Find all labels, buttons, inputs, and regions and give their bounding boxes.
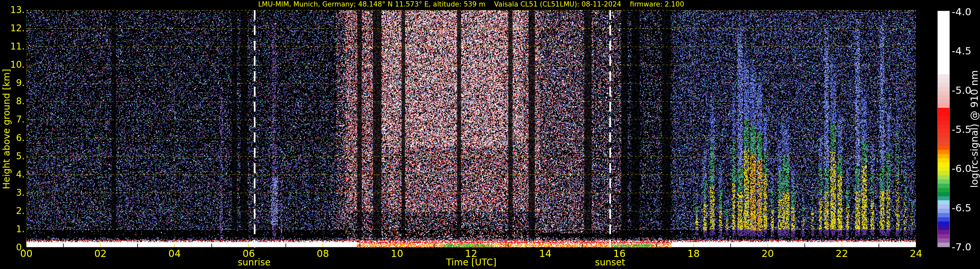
y-tick-label: 3. [0,187,25,199]
colorbar-segment [938,234,950,239]
colorbar-tick-label: -7.0 [952,241,980,253]
colorbar-segment [938,112,950,116]
colorbar-segment [938,87,950,91]
colorbar-segment [938,70,950,74]
y-tick-label: 13. [0,5,25,16]
colorbar-segment [938,150,950,154]
y-tick-label: 6. [0,133,25,144]
x-tick-label: 24 [901,248,931,259]
colorbar-segment [938,205,950,209]
colorbar-segment [938,104,950,108]
colorbar-segment [938,217,950,221]
backscatter-heatmap-canvas [0,0,980,269]
colorbar-segment [938,221,950,226]
colorbar-segment [938,11,950,15]
colorbar-segment [938,158,950,163]
colorbar-segment [938,62,950,66]
colorbar-segment [938,188,950,192]
colorbar-segment [938,167,950,171]
x-tick-label: 20 [753,248,783,259]
colorbar-segment [938,179,950,184]
colorbar-segment [938,138,950,142]
colorbar-label: log(rc-signal) @ 910 nm [969,70,980,188]
colorbar-segment [938,15,950,19]
colorbar-segment [938,91,950,95]
colorbar-segment [938,37,950,41]
colorbar-segment [938,125,950,129]
y-tick-label: 12. [0,23,25,34]
colorbar-segment [938,129,950,133]
colorbar-segment [938,108,950,112]
x-tick-label: 14 [531,248,560,259]
x-tick-label: 16 [605,248,634,259]
colorbar-segment [938,239,950,243]
y-tick-label: 4. [0,169,25,180]
colorbar-segment [938,74,950,78]
colorbar-segment [938,45,950,49]
colorbar-segment [938,32,950,37]
colorbar-tick-label: -4.0 [952,6,980,18]
colorbar-segment [938,196,950,201]
colorbar-segment [938,184,950,188]
colorbar [937,11,950,247]
colorbar-segment [938,53,950,57]
colorbar-segment [938,49,950,53]
colorbar-segment [938,116,950,120]
colorbar-segment [938,133,950,138]
colorbar-segment [938,40,950,45]
colorbar-segment [938,200,950,205]
colorbar-segment [938,78,950,83]
x-tick-label: 08 [308,248,337,259]
y-tick-label: 7. [0,114,25,125]
x-tick-label: 12 [457,248,486,259]
colorbar-segment [938,213,950,217]
x-tick-label: 06 [234,248,263,259]
colorbar-segment [938,163,950,167]
colorbar-segment [938,95,950,99]
colorbar-segment [938,142,950,146]
colorbar-segment [938,120,950,125]
colorbar-segment [938,209,950,213]
colorbar-segment [938,19,950,24]
x-tick-label: 00 [12,248,41,259]
colorbar-segment [938,175,950,179]
x-tick-label: 22 [827,248,856,259]
colorbar-tick-label: -4.5 [952,45,980,57]
ceilometer-quicklook: LMU-MIM, Munich, Germany; 48.148° N 11.5… [0,0,980,269]
x-tick-label: 04 [160,248,189,259]
colorbar-segment [938,28,950,32]
colorbar-segment [938,154,950,158]
colorbar-segment [938,83,950,87]
colorbar-segment [938,230,950,234]
y-tick-label: 11. [0,41,25,52]
colorbar-tick-label: -6.5 [952,202,980,214]
colorbar-segment [938,226,950,230]
x-tick-label: 02 [86,248,115,259]
y-tick-label: 5. [0,151,25,162]
colorbar-segment [938,66,950,70]
colorbar-segment [938,192,950,196]
y-tick-label: 9. [0,77,25,88]
y-tick-label: 8. [0,96,25,107]
x-tick-label: 18 [679,248,708,259]
y-tick-label: 10. [0,59,25,70]
plot-title: LMU-MIM, Munich, Germany; 48.148° N 11.5… [26,0,916,8]
colorbar-segment [938,146,950,150]
colorbar-segment [938,24,950,28]
colorbar-segment [938,99,950,104]
y-tick-label: 1. [0,224,25,235]
y-tick-label: 2. [0,205,25,216]
colorbar-segment [938,171,950,175]
x-tick-label: 10 [382,248,412,259]
colorbar-segment [938,57,950,62]
colorbar-segment [938,243,950,247]
